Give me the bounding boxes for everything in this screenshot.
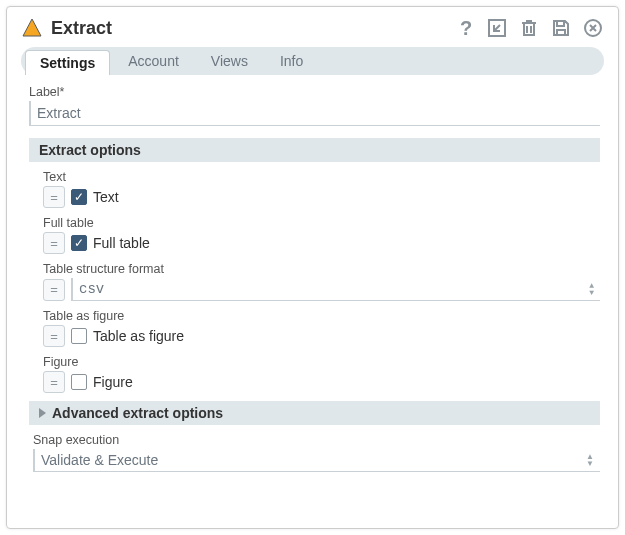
save-icon[interactable] (550, 17, 572, 39)
checkbox-text-label: Text (93, 189, 119, 205)
tab-account[interactable]: Account (114, 49, 193, 73)
opt-full-table: Full table = Full table (43, 216, 600, 254)
select-snap-execution[interactable]: Validate & Execute (33, 449, 600, 472)
popout-icon[interactable] (486, 17, 508, 39)
select-spinner-icon (589, 283, 594, 296)
expr-button-text[interactable]: = (43, 186, 65, 208)
chevron-right-icon (39, 408, 46, 418)
tab-settings[interactable]: Settings (25, 50, 110, 75)
advanced-extract-options-heading[interactable]: Advanced extract options (29, 401, 600, 425)
expr-button-tsf[interactable]: = (43, 279, 65, 301)
svg-marker-0 (23, 19, 41, 36)
expr-button-figure[interactable]: = (43, 371, 65, 393)
opt-text-label: Text (43, 170, 600, 184)
extract-icon (21, 17, 43, 39)
opt-table-as-figure: Table as figure = Table as figure (43, 309, 600, 347)
opt-table-structure-format: Table structure format = csv (43, 262, 600, 301)
tab-views[interactable]: Views (197, 49, 262, 73)
dialog-header: Extract ? (21, 17, 604, 39)
label-field-block: Label* (29, 85, 600, 126)
snap-execution-label: Snap execution (33, 433, 600, 447)
delete-icon[interactable] (518, 17, 540, 39)
select-tsf-value: csv (79, 281, 104, 297)
select-spinner-icon (586, 454, 594, 467)
settings-body: Label* Extract options Text = Text Full … (21, 85, 604, 472)
checkbox-figure[interactable] (71, 374, 87, 390)
select-table-structure-format[interactable]: csv (71, 278, 600, 301)
svg-text:?: ? (460, 18, 472, 38)
opt-figure: Figure = Figure (43, 355, 600, 393)
extract-dialog: Extract ? (6, 6, 619, 529)
checkbox-taf-label: Table as figure (93, 328, 184, 344)
select-snap-execution-value: Validate & Execute (41, 452, 158, 468)
checkbox-table-as-figure[interactable] (71, 328, 87, 344)
label-input[interactable] (29, 101, 600, 126)
snap-execution-block: Snap execution Validate & Execute (33, 433, 600, 472)
tab-info[interactable]: Info (266, 49, 317, 73)
opt-full-table-label: Full table (43, 216, 600, 230)
label-field-label: Label* (29, 85, 600, 99)
expr-button-full-table[interactable]: = (43, 232, 65, 254)
checkbox-full-table-label: Full table (93, 235, 150, 251)
opt-text: Text = Text (43, 170, 600, 208)
expr-button-taf[interactable]: = (43, 325, 65, 347)
dialog-title: Extract (51, 18, 446, 39)
opt-tsf-label: Table structure format (43, 262, 600, 276)
opt-figure-label: Figure (43, 355, 600, 369)
checkbox-text[interactable] (71, 189, 87, 205)
help-icon[interactable]: ? (454, 17, 476, 39)
extract-options-heading: Extract options (29, 138, 600, 162)
checkbox-figure-label: Figure (93, 374, 133, 390)
tab-bar: Settings Account Views Info (21, 47, 604, 75)
checkbox-full-table[interactable] (71, 235, 87, 251)
opt-taf-label: Table as figure (43, 309, 600, 323)
header-toolbar: ? (454, 17, 604, 39)
close-icon[interactable] (582, 17, 604, 39)
advanced-heading-label: Advanced extract options (52, 405, 223, 421)
